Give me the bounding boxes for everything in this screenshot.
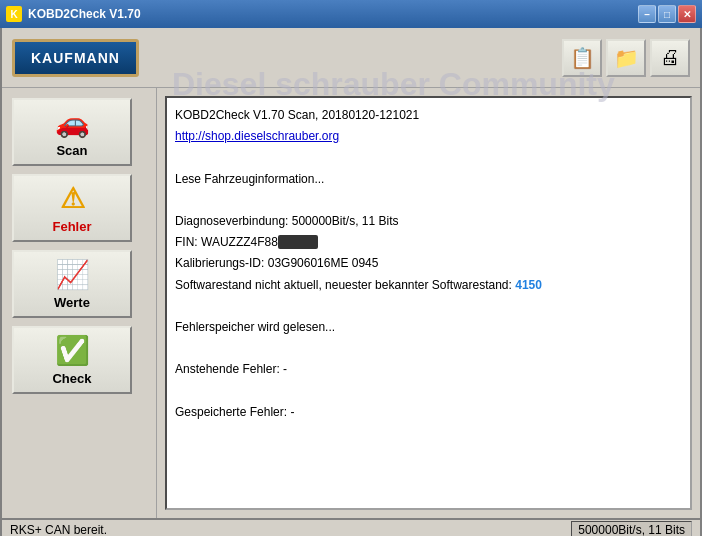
- main-window: KAUFMANN Diesel schrauber Community 📋 📁 …: [0, 28, 702, 536]
- log-empty-5: [175, 381, 682, 400]
- check-label: Check: [52, 371, 91, 386]
- toolbar: 📋 📁 🖨: [562, 39, 690, 77]
- check-icon: ✅: [55, 334, 90, 367]
- car-icon: 🚗: [55, 106, 90, 139]
- log-gespeicherte: Gespeicherte Fehler: -: [175, 403, 682, 422]
- log-empty-4: [175, 339, 682, 358]
- softwarestand-value: 4150: [515, 278, 542, 292]
- log-diagnose: Diagnoseverbindung: 500000Bit/s, 11 Bits: [175, 212, 682, 231]
- logo: KAUFMANN: [12, 39, 139, 77]
- fin-redacted: [278, 235, 318, 249]
- copy-icon: 📋: [570, 46, 595, 70]
- maximize-button[interactable]: □: [658, 5, 676, 23]
- copy-button[interactable]: 📋: [562, 39, 602, 77]
- log-url-link[interactable]: http://shop.dieselschrauber.org: [175, 129, 339, 143]
- log-anstehende: Anstehende Fehler: -: [175, 360, 682, 379]
- log-url: http://shop.dieselschrauber.org: [175, 127, 682, 146]
- sidebar-item-check[interactable]: ✅ Check: [12, 326, 132, 394]
- window-controls: – □ ✕: [638, 5, 696, 23]
- log-fin: FIN: WAUZZZ4F88: [175, 233, 682, 252]
- log-area: KOBD2Check V1.70 Scan, 20180120-121021 h…: [157, 88, 700, 518]
- log-lese: Lese Fahrzeuginformation...: [175, 170, 682, 189]
- print-icon: 🖨: [660, 46, 680, 69]
- warning-icon: ⚠: [60, 182, 85, 215]
- log-kalibrierung: Kalibrierungs-ID: 03G906016ME 0945: [175, 254, 682, 273]
- folder-icon: 📁: [614, 46, 639, 70]
- log-box[interactable]: KOBD2Check V1.70 Scan, 20180120-121021 h…: [165, 96, 692, 510]
- log-fehlerspeicher: Fehlerspeicher wird gelesen...: [175, 318, 682, 337]
- log-empty-1: [175, 148, 682, 167]
- sidebar: 🚗 Scan ⚠ Fehler 📈 Werte ✅ Check: [2, 88, 157, 518]
- window-title: KOBD2Check V1.70: [28, 7, 141, 21]
- status-left: RKS+ CAN bereit.: [10, 523, 107, 536]
- chart-icon: 📈: [55, 258, 90, 291]
- sidebar-item-scan[interactable]: 🚗 Scan: [12, 98, 132, 166]
- status-right: 500000Bit/s, 11 Bits: [571, 521, 692, 536]
- log-title: KOBD2Check V1.70 Scan, 20180120-121021: [175, 106, 682, 125]
- werte-label: Werte: [54, 295, 90, 310]
- log-softwarestand: Softwarestand nicht aktuell, neuester be…: [175, 276, 682, 295]
- status-bar: RKS+ CAN bereit. 500000Bit/s, 11 Bits: [2, 518, 700, 536]
- content-area: 🚗 Scan ⚠ Fehler 📈 Werte ✅ Check KOBD2Che…: [2, 88, 700, 518]
- scan-label: Scan: [56, 143, 87, 158]
- app-icon: K: [6, 6, 22, 22]
- header: KAUFMANN Diesel schrauber Community 📋 📁 …: [2, 28, 700, 88]
- log-empty-2: [175, 191, 682, 210]
- sidebar-item-fehler[interactable]: ⚠ Fehler: [12, 174, 132, 242]
- sidebar-item-werte[interactable]: 📈 Werte: [12, 250, 132, 318]
- close-button[interactable]: ✕: [678, 5, 696, 23]
- logo-area: KAUFMANN: [12, 39, 139, 77]
- minimize-button[interactable]: –: [638, 5, 656, 23]
- open-folder-button[interactable]: 📁: [606, 39, 646, 77]
- title-bar: K KOBD2Check V1.70 – □ ✕: [0, 0, 702, 28]
- log-empty-3: [175, 297, 682, 316]
- connection-status: 500000Bit/s, 11 Bits: [578, 523, 685, 536]
- fehler-label: Fehler: [52, 219, 91, 234]
- print-button[interactable]: 🖨: [650, 39, 690, 77]
- status-text: RKS+ CAN bereit.: [10, 523, 107, 536]
